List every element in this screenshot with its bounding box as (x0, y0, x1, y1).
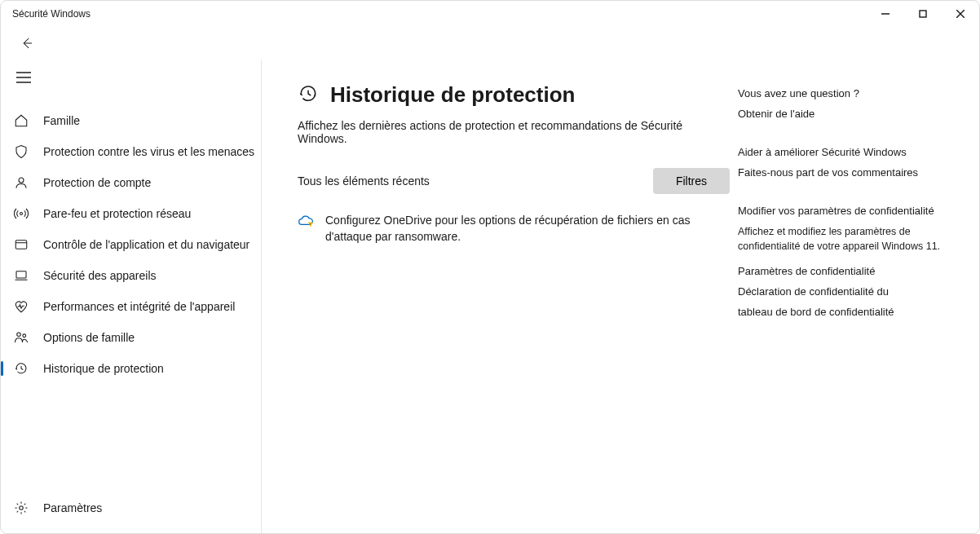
svg-rect-10 (15, 241, 27, 249)
feedback-link[interactable]: Faites-nous part de vos commentaires (738, 166, 950, 179)
sidebar-item-label: Historique de protection (43, 362, 164, 375)
sidebar-item-label: Options de famille (43, 331, 135, 344)
minimize-button[interactable] (867, 1, 904, 27)
help-sidebar: Vous avez une question ? Obtenir de l'ai… (730, 82, 950, 533)
gear-icon (12, 501, 30, 515)
sidebar-item-firewall[interactable]: Pare-feu et protection réseau (1, 198, 261, 229)
notice-text: Configurez OneDrive pour les options de … (325, 212, 730, 245)
sidebar-item-label: Protection contre les virus et les menac… (43, 145, 254, 158)
privacy-settings-link[interactable]: Paramètres de confidentialité (738, 265, 950, 277)
get-help-link[interactable]: Obtenir de l'aide (738, 108, 950, 120)
svg-text:!: ! (310, 223, 311, 227)
privacy-dashboard-link[interactable]: tableau de bord de confidentialité (738, 306, 950, 318)
privacy-heading: Modifier vos paramètres de confidentiali… (738, 205, 950, 217)
help-heading: Vous avez une question ? (738, 87, 950, 99)
sidebar-item-appcontrol[interactable]: Contrôle de l'application et du navigate… (1, 229, 261, 260)
svg-point-9 (20, 213, 23, 215)
filter-button[interactable]: Filtres (653, 168, 730, 194)
sidebar-item-performance[interactable]: Performances et intégrité de l'appareil (1, 291, 261, 322)
svg-rect-1 (920, 11, 926, 17)
hamburger-button[interactable] (11, 64, 37, 90)
home-icon (12, 113, 30, 128)
sidebar-item-label: Pare-feu et protection réseau (43, 207, 191, 220)
recent-items-label: Tous les éléments récents (298, 174, 430, 188)
maximize-button[interactable] (904, 1, 942, 27)
sidebar-item-label: Protection de compte (43, 176, 151, 189)
sidebar-item-virus[interactable]: Protection contre les virus et les menac… (1, 136, 261, 167)
sidebar-item-settings[interactable]: Paramètres (1, 492, 261, 523)
sidebar-item-history[interactable]: Historique de protection (1, 353, 261, 384)
svg-rect-12 (16, 271, 26, 278)
person-icon (12, 175, 30, 190)
history-icon (12, 361, 30, 376)
onedrive-notice[interactable]: ! Configurez OneDrive pour les options d… (298, 212, 730, 245)
close-button[interactable] (942, 1, 979, 27)
shield-icon (12, 144, 30, 159)
sidebar-item-label: Paramètres (43, 501, 102, 514)
window-title: Sécurité Windows (12, 8, 867, 20)
family-icon (12, 330, 30, 345)
svg-point-8 (19, 178, 24, 183)
broadcast-icon (12, 206, 30, 221)
sidebar-item-label: Sécurité des appareils (43, 269, 157, 282)
sidebar-item-label: Contrôle de l'application et du navigate… (43, 238, 249, 251)
history-icon (298, 83, 319, 107)
sidebar-item-label: Famille (43, 114, 80, 127)
heart-icon (12, 299, 30, 314)
page-title: Historique de protection (330, 82, 575, 108)
sidebar-item-family[interactable]: Options de famille (1, 322, 261, 353)
svg-point-14 (17, 333, 21, 337)
privacy-subtext: Affichez et modifiez les paramètres de c… (738, 225, 950, 254)
privacy-statement-link[interactable]: Déclaration de confidentialité du (738, 285, 950, 298)
improve-heading: Aider à améliorer Sécurité Windows (738, 146, 950, 158)
svg-point-15 (23, 334, 26, 338)
back-button[interactable] (14, 30, 40, 56)
app-icon (12, 237, 30, 252)
page-subtitle: Affichez les dernières actions de protec… (298, 119, 730, 145)
svg-point-16 (20, 506, 24, 510)
laptop-icon (12, 268, 30, 283)
onedrive-warning-icon: ! (298, 214, 314, 232)
sidebar-item-label: Performances et intégrité de l'appareil (43, 300, 235, 313)
sidebar: Famille Protection contre les virus et l… (1, 60, 262, 533)
sidebar-item-device[interactable]: Sécurité des appareils (1, 260, 261, 291)
sidebar-item-account[interactable]: Protection de compte (1, 167, 261, 198)
sidebar-item-home[interactable]: Famille (1, 105, 261, 136)
